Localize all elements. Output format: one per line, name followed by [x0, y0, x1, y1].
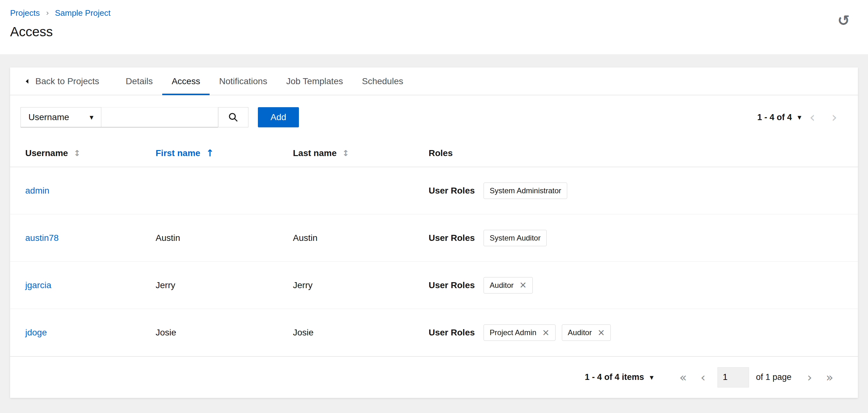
table-row: jgarcia Jerry Jerry User Roles Auditor× — [10, 262, 858, 309]
roles-cell: User Roles System Administrator — [429, 182, 843, 199]
user-roles-label: User Roles — [429, 186, 475, 196]
role-chip-label: System Administrator — [490, 186, 561, 195]
username-link[interactable]: jdoge — [25, 328, 47, 337]
tabs-host: DetailsAccessNotificationsJob TemplatesS… — [116, 67, 412, 95]
column-label: Last name — [293, 148, 337, 158]
role-chip-label: System Auditor — [490, 234, 540, 242]
table-header: Username ↕ First name ↑ Last name ↕ Role… — [10, 139, 858, 167]
username-link[interactable]: admin — [25, 186, 49, 196]
role-chips: Project Admin×Auditor× — [484, 324, 611, 341]
breadcrumb-sample-project[interactable]: Sample Project — [55, 8, 111, 18]
column-header-username[interactable]: Username ↕ — [25, 148, 156, 158]
back-tab-label: Back to Projects — [35, 76, 99, 87]
role-chip-label: Auditor — [490, 281, 514, 290]
role-chip: System Auditor — [484, 230, 546, 246]
add-button[interactable]: Add — [258, 107, 299, 127]
role-chips: System Administrator — [484, 182, 567, 199]
remove-role-icon[interactable]: × — [542, 329, 549, 336]
table-body: admin User Roles System Administrator au… — [10, 167, 858, 356]
column-header-last-name[interactable]: Last name ↕ — [293, 148, 429, 158]
page-count-label: of 1 page — [756, 372, 792, 382]
tab-access[interactable]: Access — [162, 67, 210, 95]
role-chip: Project Admin× — [484, 324, 556, 341]
column-header-roles: Roles — [429, 148, 843, 158]
content-area: Back to Projects DetailsAccessNotificati… — [0, 54, 868, 398]
chevron-down-icon: ▾ — [90, 113, 93, 122]
first-name-cell: Jerry — [156, 280, 293, 290]
page-header: Projects Sample Project Access ↺ — [0, 0, 868, 54]
pagination-range-dropdown[interactable]: 1 - 4 of 4 ▾ — [757, 112, 801, 122]
column-label: First name — [156, 148, 200, 158]
remove-role-icon[interactable]: × — [519, 281, 526, 288]
column-header-first-name[interactable]: First name ↑ — [156, 147, 293, 159]
filter-type-label: Username — [28, 112, 69, 122]
next-page-icon[interactable]: › — [823, 110, 845, 124]
history-icon[interactable]: ↺ — [837, 13, 850, 28]
user-roles-label: User Roles — [429, 328, 475, 338]
user-roles-label: User Roles — [429, 233, 475, 243]
last-name-cell: Josie — [293, 328, 429, 338]
role-chips: System Auditor — [484, 230, 546, 246]
username-cell: jdoge — [25, 328, 156, 338]
tab-back-to-projects[interactable]: Back to Projects — [22, 67, 108, 95]
roles-cell: User Roles System Auditor — [429, 230, 843, 246]
pagination-range-label: 1 - 4 of 4 — [757, 112, 792, 122]
last-name-cell: Jerry — [293, 280, 429, 290]
table-row: jdoge Josie Josie User Roles Project Adm… — [10, 309, 858, 356]
breadcrumb: Projects Sample Project — [10, 8, 850, 18]
sort-ascending-icon[interactable]: ↑ — [206, 147, 214, 159]
tab-job-templates[interactable]: Job Templates — [277, 67, 352, 95]
role-chip-label: Project Admin — [490, 328, 536, 337]
sort-icon[interactable]: ↕ — [73, 148, 81, 158]
access-card: Back to Projects DetailsAccessNotificati… — [10, 67, 858, 398]
toolbar: Username ▾ Add 1 - 4 of 4 ▾ ‹ › — [10, 95, 858, 139]
sort-icon[interactable]: ↕ — [342, 148, 349, 158]
current-page-input[interactable] — [717, 367, 749, 387]
role-chip: Auditor× — [562, 324, 611, 341]
next-page-icon[interactable]: › — [801, 371, 819, 383]
user-roles-label: User Roles — [429, 280, 475, 290]
role-chip: Auditor× — [484, 277, 533, 294]
role-chip: System Administrator — [484, 182, 567, 199]
tab-schedules[interactable]: Schedules — [352, 67, 413, 95]
previous-page-icon[interactable]: ‹ — [801, 110, 824, 124]
search-input[interactable] — [101, 107, 218, 127]
roles-cell: User Roles Auditor× — [429, 277, 843, 294]
column-label: Username — [25, 148, 68, 158]
footer-pagination: 1 - 4 of 4 items ▾ « ‹ of 1 page › » — [10, 356, 858, 398]
tab-notifications[interactable]: Notifications — [210, 67, 277, 95]
table-row: admin User Roles System Administrator — [10, 167, 858, 214]
items-summary-label: 1 - 4 of 4 items — [585, 372, 644, 382]
page-title: Access — [10, 24, 850, 39]
table-row: austin78 Austin Austin User Roles System… — [10, 214, 858, 262]
chevron-down-icon: ▾ — [650, 373, 653, 382]
last-page-icon[interactable]: » — [819, 371, 840, 383]
role-chip-label: Auditor — [568, 328, 592, 337]
role-chips: Auditor× — [484, 277, 533, 294]
username-cell: jgarcia — [25, 280, 156, 290]
username-cell: austin78 — [25, 233, 156, 243]
items-per-page-dropdown[interactable]: 1 - 4 of 4 items ▾ — [585, 372, 654, 382]
search-button[interactable] — [218, 107, 248, 127]
breadcrumb-projects[interactable]: Projects — [10, 8, 40, 18]
breadcrumb-separator-icon — [45, 11, 50, 16]
username-link[interactable]: austin78 — [25, 233, 59, 243]
first-name-cell: Josie — [156, 328, 293, 338]
caret-left-icon — [24, 78, 31, 85]
last-name-cell: Austin — [293, 233, 429, 243]
roles-cell: User Roles Project Admin×Auditor× — [429, 324, 843, 341]
tab-bar: Back to Projects DetailsAccessNotificati… — [10, 67, 858, 95]
search-icon — [228, 112, 239, 123]
toolbar-pagination: 1 - 4 of 4 ▾ ‹ › — [757, 110, 845, 124]
previous-page-icon[interactable]: ‹ — [694, 371, 712, 383]
filter-type-dropdown[interactable]: Username ▾ — [21, 107, 101, 127]
chevron-down-icon: ▾ — [798, 113, 801, 122]
remove-role-icon[interactable]: × — [597, 329, 605, 336]
username-link[interactable]: jgarcia — [25, 280, 51, 290]
column-label: Roles — [429, 148, 453, 158]
first-name-cell: Austin — [156, 233, 293, 243]
tab-details[interactable]: Details — [116, 67, 162, 95]
username-cell: admin — [25, 186, 156, 196]
first-page-icon[interactable]: « — [672, 371, 693, 383]
